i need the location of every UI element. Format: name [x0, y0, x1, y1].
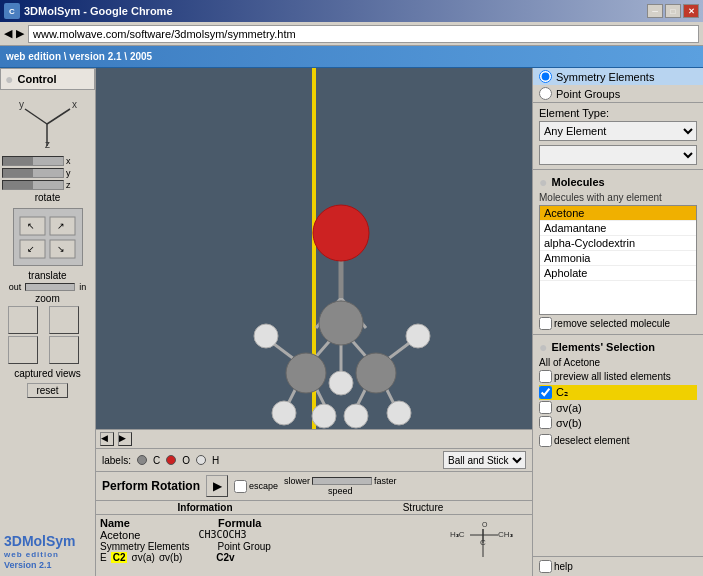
capture-btn-1[interactable] [8, 306, 38, 334]
all-of-label: All of Acetone [539, 357, 697, 368]
mol-3d-container [96, 68, 532, 429]
capture-btn-4[interactable] [49, 336, 79, 364]
elem-c2-label: C₂ [556, 386, 568, 399]
y-slider-row: y [0, 167, 95, 179]
elem-c2-check[interactable] [539, 386, 552, 399]
translate-label: translate [0, 270, 95, 281]
nav-right[interactable]: ▶ [118, 432, 132, 446]
sym-elements-label: Symmetry Elements [100, 541, 189, 552]
deselect-label: deselect element [554, 435, 630, 446]
point-groups-option[interactable]: Point Groups [533, 85, 703, 102]
reset-button[interactable]: reset [27, 383, 67, 398]
elem-sv-a-check[interactable] [539, 401, 552, 414]
translate-control: ↖ ↗ ↙ ↘ [13, 208, 83, 266]
app-icon: C [4, 3, 20, 19]
elem-sv-b-check[interactable] [539, 416, 552, 429]
zoom-slider[interactable] [25, 283, 75, 291]
svg-point-27 [319, 301, 363, 345]
svg-text:H₃C: H₃C [450, 530, 465, 539]
preview-checkbox[interactable] [539, 370, 552, 383]
help-checkbox[interactable] [539, 560, 552, 573]
info-content: Name Formula Acetone CH3COCH3 Symmetry E… [96, 515, 532, 576]
elem-sv-a[interactable]: σv(a) [539, 400, 697, 415]
elements-list: C₂ σv(a) σv(b) [539, 385, 697, 430]
sym-elements-radio[interactable] [539, 70, 552, 83]
maximize-button[interactable]: □ [665, 4, 681, 18]
mol-canvas[interactable] [96, 68, 532, 429]
molecules-list[interactable]: Acetone Adamantane alpha-Cyclodextrin Am… [539, 205, 697, 315]
logo-line3: Version 2.1 [4, 560, 91, 572]
elements-selection-label: Elements' Selection [551, 341, 655, 353]
svg-text:z: z [45, 139, 50, 149]
slower-label: slower [284, 476, 310, 486]
svg-point-31 [272, 401, 296, 425]
nav-left[interactable]: ◀ [100, 432, 114, 446]
point-groups-radio[interactable] [539, 87, 552, 100]
molecule-name: Acetone [100, 529, 140, 541]
labels-text: labels: [102, 455, 131, 466]
elem-c2[interactable]: C₂ [539, 385, 697, 400]
point-group-label: Point Group [217, 541, 270, 552]
c2-highlighted: C2 [111, 552, 128, 563]
svg-text:x: x [72, 99, 77, 110]
z-slider-row: z [0, 179, 95, 191]
mol-item-ammonia[interactable]: Ammonia [540, 251, 696, 266]
translate-svg: ↖ ↗ ↙ ↘ [15, 212, 80, 262]
o-swatch [166, 455, 176, 465]
help-label: help [554, 561, 573, 572]
formula-label: Formula [218, 517, 261, 529]
play-button[interactable]: ▶ [206, 475, 228, 497]
rotate-label: rotate [0, 191, 95, 204]
remove-label: remove selected molecule [554, 318, 670, 329]
elem-sv-b-label: σv(b) [556, 417, 582, 429]
capture-btn-2[interactable] [49, 306, 79, 334]
tab-structure[interactable]: Structure [314, 501, 532, 514]
labels-row: labels: C O H Ball and Stick Stick CPK [96, 448, 532, 471]
speed-row: slower faster [284, 476, 397, 486]
close-button[interactable]: ✕ [683, 4, 699, 18]
mol-item-adamantane[interactable]: Adamantane [540, 221, 696, 236]
svg-point-32 [312, 404, 336, 428]
point-groups-label: Point Groups [556, 88, 620, 100]
deselect-checkbox[interactable] [539, 434, 552, 447]
canvas-controls: ◀ ▶ [96, 429, 532, 448]
element-filter-select[interactable] [539, 145, 697, 165]
x-slider[interactable] [2, 156, 64, 166]
svg-text:y: y [19, 99, 24, 110]
speed-slider[interactable] [312, 477, 372, 485]
remove-checkbox[interactable] [539, 317, 552, 330]
structure-svg: H₃C O CH₃ C [448, 517, 528, 572]
capture-buttons [0, 304, 95, 366]
escape-checkbox[interactable]: escape [234, 480, 278, 493]
view-mode-select[interactable]: Ball and Stick Stick CPK [443, 451, 526, 469]
forward-icon[interactable]: ▶ [16, 27, 24, 40]
svg-text:↖: ↖ [27, 221, 35, 231]
z-slider[interactable] [2, 180, 64, 190]
mol-item-apholate[interactable]: Apholate [540, 266, 696, 281]
info-bar: Information Structure Name Formula Aceto… [96, 500, 532, 576]
elem-sv-b[interactable]: σv(b) [539, 415, 697, 430]
tab-information[interactable]: Information [96, 501, 314, 514]
y-slider[interactable] [2, 168, 64, 178]
mol-filter-label: Molecules with any element [539, 192, 697, 203]
mol-item-cyclodextrin[interactable]: alpha-Cyclodextrin [540, 236, 696, 251]
info-left: Name Formula Acetone CH3COCH3 Symmetry E… [100, 517, 448, 574]
symmetry-section: Symmetry Elements Point Groups [533, 68, 703, 103]
preview-row: preview all listed elements [539, 370, 697, 383]
sv-a: σv(a) [131, 552, 154, 563]
url-input[interactable] [28, 25, 699, 43]
symmetry-elements-option[interactable]: Symmetry Elements [533, 68, 703, 85]
mol-item-acetone[interactable]: Acetone [540, 206, 696, 221]
logo-line1: 3DMolSym [4, 532, 91, 550]
back-icon[interactable]: ◀ [4, 27, 12, 40]
molecules-header: ● Molecules [539, 174, 697, 190]
escape-check[interactable] [234, 480, 247, 493]
element-type-select[interactable]: Any Element Cn axis σ plane i center [539, 121, 697, 141]
svg-text:↙: ↙ [27, 244, 35, 254]
sym-labels-row: Symmetry Elements Point Group [100, 541, 448, 552]
axis-display: x y z [0, 90, 95, 155]
zoom-label: zoom [0, 293, 95, 304]
capture-btn-3[interactable] [8, 336, 38, 364]
minimize-button[interactable]: ─ [647, 4, 663, 18]
values-row: Acetone CH3COCH3 [100, 529, 448, 541]
